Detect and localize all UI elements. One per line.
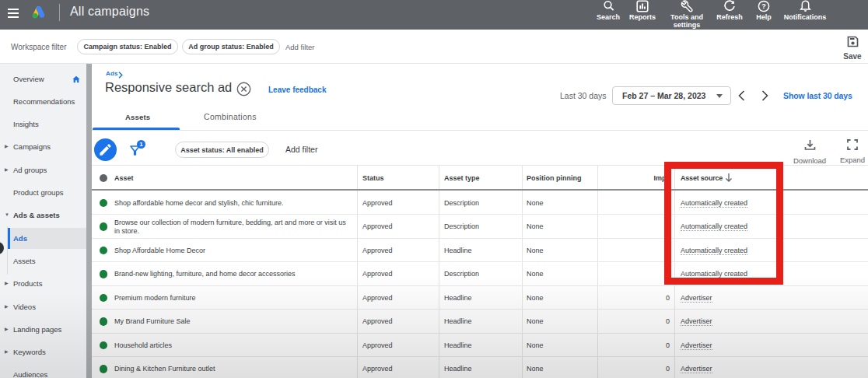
svg-text:?: ?: [761, 2, 766, 10]
